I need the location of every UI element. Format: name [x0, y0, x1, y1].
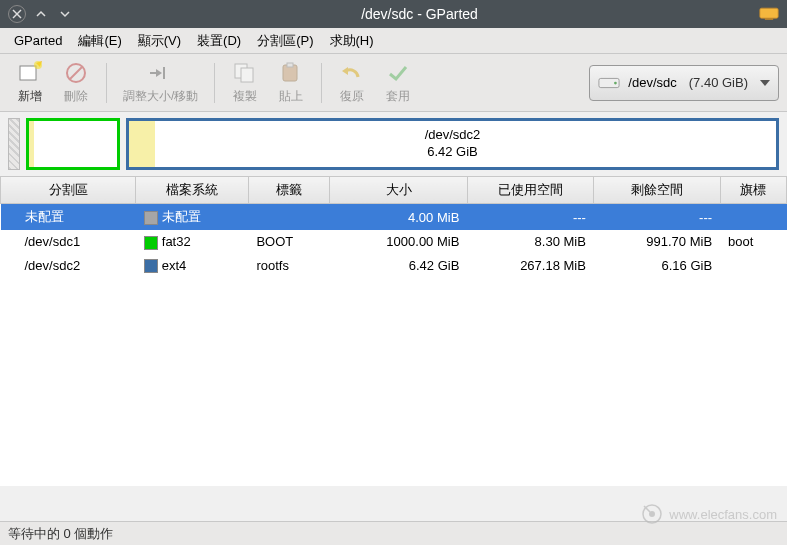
status-text: 等待中的 0 個動作	[8, 525, 113, 543]
hdd-icon	[598, 75, 620, 91]
col-partition[interactable]: 分割區	[1, 177, 136, 204]
copy-button: 複製	[223, 58, 267, 108]
partmap-sdc2[interactable]: /dev/sdc2 6.42 GiB	[126, 118, 779, 170]
delete-button: 刪除	[54, 58, 98, 108]
paste-button: 貼上	[269, 58, 313, 108]
svg-rect-3	[765, 18, 773, 20]
window-close-button[interactable]	[8, 5, 26, 23]
resize-button: 調整大小/移動	[115, 58, 206, 108]
cell-flags: boot	[720, 230, 786, 254]
col-used[interactable]: 已使用空間	[467, 177, 594, 204]
svg-marker-9	[156, 69, 162, 77]
new-icon	[17, 61, 43, 85]
desktop-icon	[759, 7, 779, 21]
window-min-button[interactable]	[32, 5, 50, 23]
partmap-sdc2-label: /dev/sdc2 6.42 GiB	[425, 127, 481, 161]
new-button[interactable]: 新增	[8, 58, 52, 108]
chevron-down-icon	[60, 9, 70, 19]
svg-rect-12	[241, 68, 253, 82]
device-size: (7.40 GiB)	[689, 75, 748, 90]
window-title: /dev/sdc - GParted	[80, 6, 759, 22]
menu-edit[interactable]: 編輯(E)	[70, 29, 129, 53]
menu-help[interactable]: 求助(H)	[322, 29, 382, 53]
close-icon	[12, 9, 22, 19]
statusbar: 等待中的 0 個動作	[0, 521, 787, 545]
apply-icon	[387, 63, 409, 83]
partition-table: 分割區 檔案系統 標籤 大小 已使用空間 剩餘空間 旗標 未配置未配置4.00 …	[0, 176, 787, 486]
col-flags[interactable]: 旗標	[720, 177, 786, 204]
delete-icon	[65, 62, 87, 84]
cell-partition: /dev/sdc1	[1, 230, 136, 254]
resize-icon	[148, 63, 174, 83]
undo-button: 復原	[330, 58, 374, 108]
cell-flags	[720, 204, 786, 231]
cell-filesystem: fat32	[136, 230, 249, 254]
cell-filesystem: ext4	[136, 254, 249, 278]
menubar: GParted 編輯(E) 顯示(V) 裝置(D) 分割區(P) 求助(H)	[0, 28, 787, 54]
toolbar-separator	[321, 63, 322, 103]
fs-swatch	[144, 211, 158, 225]
table-row[interactable]: 未配置未配置4.00 MiB------	[1, 204, 787, 231]
cell-used: ---	[467, 204, 594, 231]
cell-size: 1000.00 MiB	[330, 230, 467, 254]
cell-label: BOOT	[248, 230, 330, 254]
table-row[interactable]: /dev/sdc2ext4rootfs6.42 GiB267.18 MiB6.1…	[1, 254, 787, 278]
cell-unused: 991.70 MiB	[594, 230, 720, 254]
partmap-sdc1[interactable]	[26, 118, 120, 170]
cell-label: rootfs	[248, 254, 330, 278]
cell-filesystem: 未配置	[136, 204, 249, 231]
col-label[interactable]: 標籤	[248, 177, 330, 204]
titlebar: /dev/sdc - GParted	[0, 0, 787, 28]
cell-used: 267.18 MiB	[467, 254, 594, 278]
chevron-up-icon	[36, 9, 46, 19]
svg-line-21	[644, 506, 650, 512]
cell-label	[248, 204, 330, 231]
menu-partition[interactable]: 分割區(P)	[249, 29, 321, 53]
col-unused[interactable]: 剩餘空間	[594, 177, 720, 204]
chevron-down-icon	[760, 80, 770, 86]
partition-map: /dev/sdc2 6.42 GiB	[0, 112, 787, 176]
fs-swatch	[144, 236, 158, 250]
menu-view[interactable]: 顯示(V)	[130, 29, 189, 53]
device-path: /dev/sdc	[628, 75, 676, 90]
svg-point-17	[614, 81, 617, 84]
svg-line-8	[70, 67, 82, 79]
toolbar-separator	[106, 63, 107, 103]
cell-flags	[720, 254, 786, 278]
window-max-button[interactable]	[56, 5, 74, 23]
fs-swatch	[144, 259, 158, 273]
toolbar-separator	[214, 63, 215, 103]
cell-used: 8.30 MiB	[467, 230, 594, 254]
svg-point-6	[34, 61, 42, 69]
device-selector[interactable]: /dev/sdc (7.40 GiB)	[589, 65, 779, 101]
svg-marker-15	[342, 67, 348, 75]
cell-partition: /dev/sdc2	[1, 254, 136, 278]
col-filesystem[interactable]: 檔案系統	[136, 177, 249, 204]
toolbar: 新增 刪除 調整大小/移動 複製 貼上 復原 套用 /dev/sdc (7.40…	[0, 54, 787, 112]
cell-unused: ---	[594, 204, 720, 231]
svg-rect-4	[20, 66, 36, 80]
svg-point-20	[649, 511, 655, 517]
table-header-row: 分割區 檔案系統 標籤 大小 已使用空間 剩餘空間 旗標	[1, 177, 787, 204]
copy-icon	[233, 62, 257, 84]
apply-button: 套用	[376, 58, 420, 108]
menu-device[interactable]: 裝置(D)	[189, 29, 249, 53]
cell-unused: 6.16 GiB	[594, 254, 720, 278]
svg-marker-18	[760, 80, 770, 86]
cell-size: 4.00 MiB	[330, 204, 467, 231]
cell-partition: 未配置	[1, 204, 136, 231]
cell-size: 6.42 GiB	[330, 254, 467, 278]
svg-rect-2	[760, 8, 778, 18]
paste-icon	[280, 62, 302, 84]
col-size[interactable]: 大小	[330, 177, 467, 204]
menu-gparted[interactable]: GParted	[6, 30, 70, 51]
undo-icon	[340, 63, 364, 83]
svg-rect-14	[287, 63, 293, 67]
table-row[interactable]: /dev/sdc1fat32BOOT1000.00 MiB8.30 MiB991…	[1, 230, 787, 254]
partmap-unallocated-leading[interactable]	[8, 118, 20, 170]
